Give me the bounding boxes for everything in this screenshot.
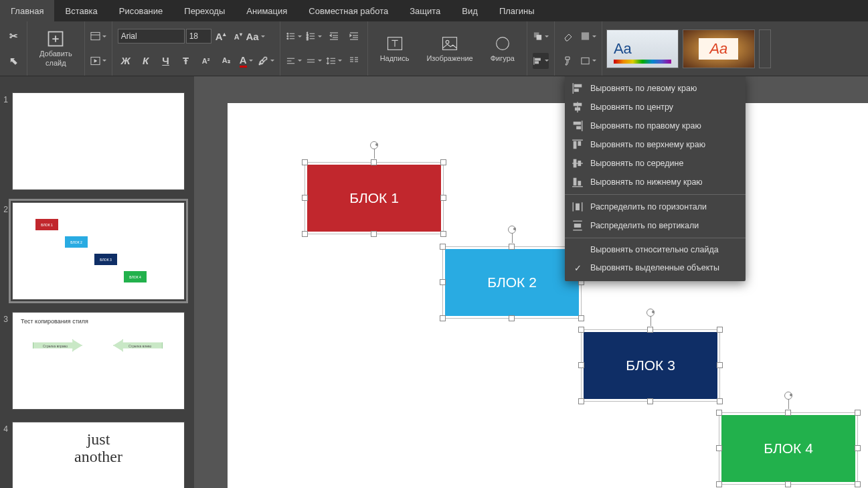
svg-rect-60 [578, 142, 580, 146]
insert-image-button[interactable]: Изображение [420, 31, 479, 66]
theme-gallery: Aa Aa [602, 21, 775, 76]
cut-icon[interactable]: ✂ [5, 28, 21, 44]
align-v-button[interactable] [306, 53, 322, 69]
indent-dec-button[interactable] [326, 28, 342, 44]
indent-inc-button[interactable] [346, 28, 362, 44]
svg-text:3: 3 [307, 37, 309, 41]
toolbar: ✂ ⬉ Добавить слайд A▴ A▾ Aa Ж К Ч Ŧ A² A… [0, 21, 868, 76]
font-size-dec-button[interactable]: A▾ [230, 28, 246, 44]
svg-point-41 [496, 37, 509, 50]
highlight-button[interactable]: 🖊 [258, 53, 274, 69]
svg-rect-57 [577, 127, 581, 129]
tab-animation[interactable]: Анимация [236, 0, 298, 21]
numbering-button[interactable]: 123 [306, 28, 322, 44]
toolbar-group-arrange [527, 21, 555, 76]
insert-shape-button[interactable]: Фигура [484, 31, 521, 66]
align-bottom-item[interactable]: Выровнять по нижнему краю [565, 173, 746, 191]
align-dropdown: Выровнять по левому краю Выровнять по це… [565, 76, 746, 281]
toolbar-group-layout [85, 21, 112, 76]
underline-button[interactable]: Ч [158, 53, 174, 69]
svg-rect-53 [574, 103, 581, 105]
superscript-button[interactable]: A² [198, 53, 214, 69]
change-case-button[interactable]: Aa [248, 28, 264, 44]
svg-rect-50 [575, 84, 582, 86]
arrange-align-button[interactable] [533, 53, 549, 69]
svg-point-40 [446, 40, 449, 44]
svg-point-4 [287, 33, 288, 35]
tab-insert[interactable]: Вставка [54, 0, 108, 21]
svg-point-8 [287, 38, 288, 39]
svg-rect-39 [443, 37, 457, 50]
align-middle-item[interactable]: Выровнять по середине [565, 154, 746, 173]
tab-protect[interactable]: Защита [399, 0, 451, 21]
tab-plugins[interactable]: Плагины [489, 0, 545, 21]
distribute-v-item[interactable]: Распределить по вертикали [565, 216, 746, 235]
theme-thumb-2[interactable]: Aa [683, 29, 755, 68]
svg-rect-47 [582, 33, 589, 40]
distribute-h-item[interactable]: Распределить по горизонтали [565, 197, 746, 216]
svg-rect-43 [537, 35, 542, 40]
slides-panel: 1 2 БЛОК 1 БЛОК 2 БЛОК 3 БЛОК 4 3 Тест к… [0, 76, 194, 488]
toolbar-group-shape-style [555, 21, 602, 76]
svg-rect-59 [574, 142, 576, 149]
font-size-inc-button[interactable]: A▴ [213, 28, 229, 44]
line-spacing-button[interactable] [326, 53, 342, 69]
align-center-item[interactable]: Выровнять по центру [565, 98, 746, 116]
shape-style-button[interactable] [580, 53, 596, 69]
slide-thumb-4[interactable]: 4 just another [0, 419, 194, 488]
strike-button[interactable]: Ŧ [178, 53, 194, 69]
columns-button[interactable] [346, 53, 362, 69]
slide-thumb-1[interactable]: 1 [0, 90, 194, 199]
align-h-button[interactable] [286, 53, 302, 69]
slide-thumb-3[interactable]: 3 Тест копирования стиля Стрелка вправо … [0, 309, 194, 419]
shape-b4[interactable]: БЛОК 4 [721, 415, 855, 482]
slide-layout-button[interactable] [90, 28, 106, 44]
toolbar-group-clipboard: ✂ ⬉ [0, 21, 27, 76]
toolbar-group-font: A▴ A▾ Aa Ж К Ч Ŧ A² A₂ А 🖊 [112, 21, 280, 76]
align-selected-item[interactable]: ✓Выровнять выделенные объекты [565, 258, 746, 277]
subscript-button[interactable]: A₂ [218, 53, 234, 69]
toolbar-group-slide: Добавить слайд [27, 21, 85, 76]
align-top-item[interactable]: Выровнять по верхнему краю [565, 135, 746, 154]
svg-rect-51 [575, 89, 579, 91]
svg-rect-65 [574, 178, 576, 185]
slide-playback-button[interactable] [90, 53, 106, 69]
tab-view[interactable]: Вид [451, 0, 489, 21]
svg-rect-45 [535, 58, 541, 60]
svg-rect-46 [535, 62, 539, 64]
shape-b3[interactable]: БЛОК 3 [584, 332, 717, 399]
shape-fill-button[interactable] [580, 28, 596, 44]
bullets-button[interactable] [286, 28, 302, 44]
pointer-icon[interactable]: ⬉ [5, 53, 21, 69]
font-color-button[interactable]: А [238, 53, 254, 69]
tab-collab[interactable]: Совместная работа [298, 0, 399, 21]
eraser-icon[interactable] [560, 28, 576, 44]
slide-thumb-2[interactable]: 2 БЛОК 1 БЛОК 2 БЛОК 3 БЛОК 4 [0, 199, 194, 309]
svg-rect-56 [574, 122, 580, 124]
tab-draw[interactable]: Рисование [108, 0, 173, 21]
editor-canvas-wrap: БЛОК 1БЛОК 2БЛОК 3БЛОК 4 Выровнять по ле… [194, 76, 868, 488]
toolbar-group-insert: Надпись Изображение Фигура [368, 21, 527, 76]
italic-button[interactable]: К [138, 53, 154, 69]
tab-transitions[interactable]: Переходы [173, 0, 236, 21]
format-painter-icon[interactable] [560, 53, 576, 69]
font-name-input[interactable] [118, 29, 185, 44]
align-to-slide-item[interactable]: Выровнять относительно слайда [565, 241, 746, 258]
svg-rect-54 [576, 108, 580, 110]
bold-button[interactable]: Ж [118, 53, 134, 69]
theme-thumb-3[interactable] [759, 29, 771, 68]
arrange-order-button[interactable] [533, 28, 549, 44]
editor-canvas[interactable]: БЛОК 1БЛОК 2БЛОК 3БЛОК 4 [228, 103, 868, 488]
font-size-input[interactable] [186, 29, 211, 44]
shape-b2[interactable]: БЛОК 2 [445, 249, 579, 316]
add-slide-button[interactable]: Добавить слайд [33, 27, 79, 70]
theme-thumb-1[interactable]: Aa [606, 29, 679, 68]
check-icon: ✓ [572, 262, 584, 273]
align-left-item[interactable]: Выровнять по левому краю [565, 79, 746, 98]
align-right-item[interactable]: Выровнять по правому краю [565, 116, 746, 135]
svg-point-6 [287, 35, 288, 37]
svg-rect-69 [576, 204, 580, 210]
insert-textbox-button[interactable]: Надпись [373, 31, 416, 66]
shape-b1[interactable]: БЛОК 1 [307, 165, 441, 232]
tab-home[interactable]: Главная [0, 0, 54, 21]
